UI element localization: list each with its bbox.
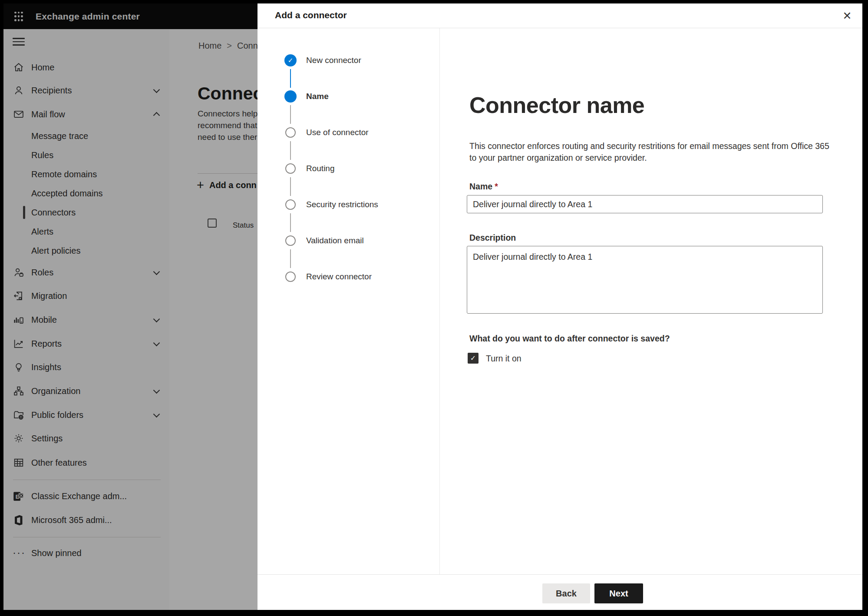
dialog-title: Add a connector (275, 10, 347, 20)
wizard-step-routing[interactable]: Routing (284, 162, 335, 175)
wizard-step-review-connector[interactable]: Review connector (284, 271, 372, 283)
step-upcoming-icon (285, 199, 296, 210)
next-button[interactable]: Next (594, 583, 643, 603)
wizard-step-name[interactable]: Name (284, 90, 329, 103)
step-upcoming-icon (285, 235, 296, 246)
screen-frame: Exchange admin center Home Recipients Ma… (0, 0, 868, 616)
content-description: This connector enforces routing and secu… (469, 140, 829, 164)
step-complete-icon: ✓ (284, 54, 297, 66)
connector-name-input[interactable] (467, 195, 823, 213)
step-upcoming-icon (285, 163, 296, 174)
close-icon[interactable]: ✕ (840, 8, 855, 23)
wizard-step-use-of-connector[interactable]: Use of connector (284, 126, 369, 139)
back-button[interactable]: Back (542, 583, 590, 603)
step-connector-line (290, 213, 291, 232)
turn-it-on-checkbox[interactable]: ✓ (468, 353, 479, 364)
step-upcoming-icon (285, 272, 296, 282)
content-heading: Connector name (469, 92, 644, 118)
turn-it-on-label: Turn it on (486, 354, 521, 364)
wizard-step-security-restrictions[interactable]: Security restrictions (284, 199, 378, 211)
connector-description-textarea[interactable]: Deliver journal directly to Area 1 (467, 246, 823, 314)
step-connector-line (290, 141, 291, 160)
step-upcoming-icon (285, 127, 296, 138)
wizard-step-new-connector[interactable]: ✓ New connector (284, 54, 361, 66)
wizard-step-validation-email[interactable]: Validation email (284, 235, 364, 247)
step-connector-line (290, 177, 291, 196)
dialog-footer: Back Next (257, 574, 862, 610)
step-current-icon (284, 90, 297, 103)
wizard-steps-panel: ✓ New connector Name Use of connector Ro… (257, 28, 440, 574)
dialog-header: Add a connector ✕ (257, 3, 862, 28)
step-connector-line (290, 105, 291, 124)
description-field-label: Description (469, 233, 516, 243)
after-save-question: What do you want to do after connector i… (469, 334, 670, 344)
step-connector-line (290, 69, 291, 88)
step-connector-line (290, 249, 291, 268)
add-connector-dialog: Add a connector ✕ ✓ New connector Name U… (257, 3, 862, 610)
required-marker: * (495, 182, 498, 191)
name-field-label: Name* (469, 182, 498, 192)
dialog-content: Connector name This connector enforces r… (440, 28, 862, 574)
